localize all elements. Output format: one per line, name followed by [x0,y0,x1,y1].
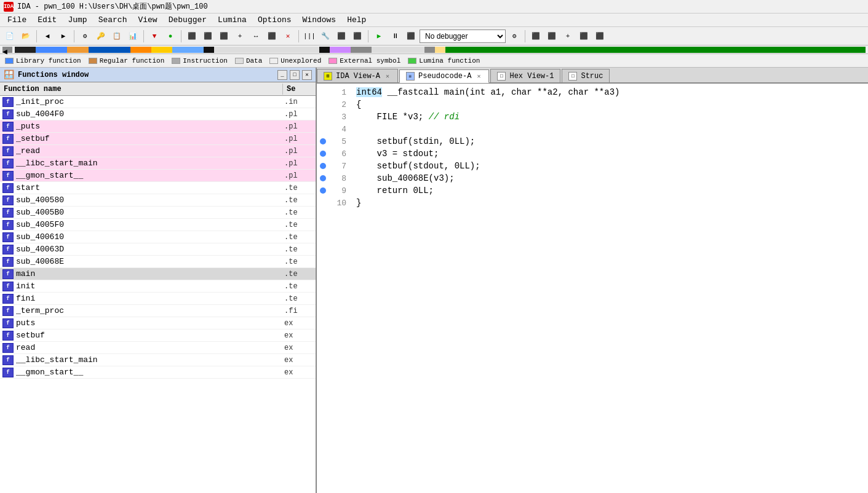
debugger-select[interactable]: No debugger [420,30,506,43]
func-row[interactable]: f_puts.pl [0,120,316,133]
func-row[interactable]: fsub_4005F0.te [0,219,316,231]
func-row[interactable]: fputsex [0,317,316,329]
tb-btn-4[interactable]: 📊 [125,30,140,43]
new-button[interactable]: 📄 [2,30,17,43]
tb-btn-13[interactable]: 🔧 [318,30,333,43]
func-row[interactable]: f_setbuf.pl [0,133,316,145]
func-seg: .pl [282,159,316,168]
panel-close[interactable]: ✕ [302,70,312,80]
panel-minimize[interactable]: _ [277,70,287,80]
forward-button[interactable]: ▶ [56,30,71,43]
func-row[interactable]: f_read.pl [0,145,316,157]
func-row[interactable]: f__gmon_start__.pl [0,170,316,182]
line-breakpoint[interactable] [317,151,329,157]
tb-arrow-down[interactable]: ▼ [147,30,162,43]
toolbar-sep-7 [525,30,525,42]
tb-btn-18[interactable]: ⬛ [544,30,559,43]
func-icon: f [2,146,14,156]
tb-btn-5[interactable]: ⬛ [185,30,199,43]
line-breakpoint[interactable] [317,138,329,144]
func-icon: f [2,294,14,304]
stop-button[interactable]: ⬛ [404,30,418,43]
tab-close-btn[interactable]: ✕ [475,73,482,80]
tab-close-btn[interactable]: ✕ [384,73,391,80]
tb-btn-15[interactable]: ⬛ [350,30,365,43]
tb-btn-6[interactable]: ⬛ [201,30,215,43]
tb-btn-8[interactable]: + [233,30,247,43]
func-row[interactable]: f__gmon_start__ex [0,366,316,379]
tb-btn-9[interactable]: ↔ [249,30,263,43]
line-breakpoint[interactable] [317,163,329,169]
tab-pseudocode-a[interactable]: ≡Pseudocode-A✕ [399,69,489,83]
tb-btn-19[interactable]: + [560,30,575,43]
menu-item-edit[interactable]: Edit [33,14,62,26]
tab-ida-view-a[interactable]: ⊞IDA View-A✕ [317,69,398,82]
func-row[interactable]: fsub_40068E.te [0,256,316,268]
pause-button[interactable]: ⏸ [388,30,402,43]
breakpoint-dot [320,151,326,157]
code-area[interactable]: 1int64 __fastcall main(int a1, char **a2… [317,84,868,493]
func-row[interactable]: ffini.te [0,293,316,305]
tb-btn-14[interactable]: ⬛ [334,30,349,43]
func-row[interactable]: f_init_proc.in [0,96,316,108]
func-row[interactable]: fsub_4004F0.pl [0,108,316,120]
menu-item-windows[interactable]: Windows [298,14,341,26]
menu-item-lumina[interactable]: Lumina [213,14,252,26]
nav-strip[interactable] [15,47,866,53]
panel-icon: 🪟 [4,69,14,80]
func-row[interactable]: f_term_proc.fi [0,305,316,317]
func-row[interactable]: f__libc_start_mainex [0,354,316,366]
legend-label: Regular function [100,57,165,65]
func-seg: .te [282,221,316,229]
menu-item-view[interactable]: View [133,14,162,26]
tb-btn-11[interactable]: ✕ [281,30,295,43]
func-row[interactable]: fsub_400610.te [0,231,316,243]
functions-list[interactable]: f_init_proc.infsub_4004F0.plf_puts.plf_s… [0,96,316,493]
tb-btn-16[interactable]: ⚙ [507,30,522,43]
nav-segment [435,47,445,53]
tab-icon: □ [497,72,506,81]
menu-item-options[interactable]: Options [253,14,297,26]
col-name-header: Function name [0,84,283,95]
menu-item-file[interactable]: File [2,14,31,26]
tb-btn-17[interactable]: ⬛ [528,30,543,43]
func-row[interactable]: fsub_4005B0.te [0,207,316,219]
menu-item-help[interactable]: Help [342,14,371,26]
line-breakpoint[interactable] [317,175,329,181]
func-row[interactable]: fstart.te [0,182,316,194]
tab-hex-view-1[interactable]: □Hex View-1 [490,69,560,82]
panel-maximize[interactable]: □ [290,70,300,80]
tb-btn-12[interactable]: ||| [302,30,317,43]
tab-struc[interactable]: □Struc [562,69,610,82]
tb-btn-2[interactable]: 🔑 [94,30,108,43]
nav-left-arrow[interactable]: ◀ [2,47,12,53]
tb-btn-1[interactable]: ⚙ [78,30,92,43]
menu-item-search[interactable]: Search [94,14,132,26]
menu-item-jump[interactable]: Jump [63,14,92,26]
functions-title: Functions window [18,71,89,79]
func-name: __libc_start_main [16,159,282,168]
line-breakpoint[interactable] [317,187,329,194]
tb-btn-21[interactable]: ⬛ [592,30,607,43]
tb-btn-7[interactable]: ⬛ [217,30,231,43]
tb-circle-green[interactable]: ● [163,30,178,43]
func-row[interactable]: fsub_400580.te [0,194,316,207]
open-button[interactable]: 📂 [18,30,33,43]
tb-btn-10[interactable]: ⬛ [265,30,279,43]
func-icon: f [2,269,14,279]
menu-item-debugger[interactable]: Debugger [164,14,212,26]
tb-btn-20[interactable]: ⬛ [576,30,591,43]
legend-bar: Library functionRegular functionInstruct… [0,54,868,68]
func-row[interactable]: fsub_40063D.te [0,243,316,256]
run-button[interactable]: ▶ [372,30,386,43]
func-row[interactable]: fsetbufex [0,329,316,342]
back-button[interactable]: ◀ [40,30,55,43]
func-row[interactable]: freadex [0,342,316,354]
func-row[interactable]: fmain.te [0,268,316,280]
func-row[interactable]: finit.te [0,280,316,293]
func-row[interactable]: f__libc_start_main.pl [0,157,316,170]
nav-segment [172,47,204,53]
legend-label: Lumina function [419,57,480,65]
code-line: 6 v3 = stdout; [317,148,868,160]
tb-btn-3[interactable]: 📋 [109,30,124,43]
